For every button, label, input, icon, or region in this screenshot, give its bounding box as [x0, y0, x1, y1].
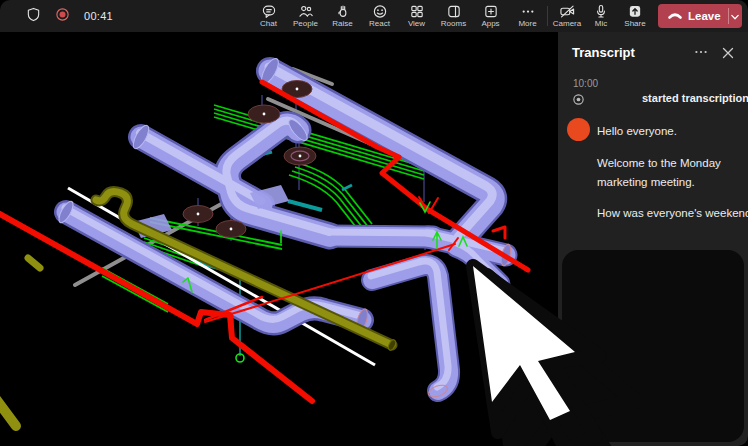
mic-icon	[593, 4, 609, 19]
more-button[interactable]: More	[509, 0, 546, 32]
hang-up-icon	[667, 7, 683, 25]
rooms-icon	[446, 4, 462, 19]
leave-label: Leave	[688, 10, 721, 22]
raise-label: Raise	[332, 20, 352, 28]
close-icon[interactable]	[722, 45, 734, 63]
chat-label: Chat	[260, 20, 277, 28]
leave-options-chevron[interactable]	[729, 4, 742, 28]
view-button[interactable]: View	[398, 0, 435, 32]
mic-label: Mic	[595, 20, 607, 28]
transcript-title: Transcript	[572, 45, 635, 60]
system-entry-text: started transcription	[642, 92, 748, 104]
view-label: View	[408, 20, 425, 28]
speaker-avatar	[567, 118, 590, 141]
share-label: Share	[624, 20, 645, 28]
more-label: More	[518, 20, 536, 28]
people-icon	[298, 4, 314, 19]
mic-button[interactable]: Mic	[584, 0, 618, 32]
toolbar-device-buttons: Camera Mic Share	[550, 0, 652, 32]
transcript-panel: Transcript 10:00 started transcription H…	[558, 32, 748, 446]
transcript-header: Transcript	[558, 32, 748, 72]
recording-indicator-icon	[55, 7, 70, 26]
meeting-status-group: 00:41	[26, 0, 113, 32]
more-dots-icon	[520, 4, 536, 19]
transcript-message: How was everyone's weekend?	[597, 204, 748, 223]
meeting-toolbar: 00:41 Chat People Raise React View	[0, 0, 748, 32]
apps-icon	[483, 4, 499, 19]
share-icon	[627, 4, 643, 19]
people-button[interactable]: People	[287, 0, 324, 32]
chevron-down-icon	[730, 7, 740, 25]
transcript-message: Welcome to the Monday marketing meeting.	[597, 154, 721, 192]
chat-button[interactable]: Chat	[250, 0, 287, 32]
shield-icon	[26, 7, 41, 26]
shared-screen-stage[interactable]	[0, 32, 558, 446]
react-label: React	[369, 20, 390, 28]
people-label: People	[293, 20, 318, 28]
react-button[interactable]: React	[361, 0, 398, 32]
apps-button[interactable]: Apps	[472, 0, 509, 32]
cad-piping-model	[0, 32, 558, 446]
record-dot-icon	[572, 92, 585, 110]
share-button[interactable]: Share	[618, 0, 652, 32]
apps-label: Apps	[481, 20, 499, 28]
rooms-label: Rooms	[441, 20, 466, 28]
teams-meeting-window: 00:41 Chat People Raise React View	[0, 0, 748, 446]
transcript-message: Hello everyone.	[597, 122, 677, 141]
camera-button[interactable]: Camera	[550, 0, 584, 32]
leave-button[interactable]: Leave	[658, 4, 728, 28]
raise-hand-icon	[335, 4, 351, 19]
transcript-timestamp: 10:00	[573, 78, 598, 89]
react-smiley-icon	[372, 4, 388, 19]
meeting-timer: 00:41	[84, 10, 113, 22]
view-grid-icon	[409, 4, 425, 19]
leave-split-button[interactable]: Leave	[658, 4, 742, 28]
rooms-button[interactable]: Rooms	[435, 0, 472, 32]
toolbar-center-buttons: Chat People Raise React View Rooms	[250, 0, 546, 32]
camera-off-icon	[559, 4, 576, 19]
chat-icon	[261, 4, 277, 19]
raise-hand-button[interactable]: Raise	[324, 0, 361, 32]
camera-label: Camera	[553, 20, 581, 28]
toolbar-divider	[547, 6, 548, 26]
transcript-more-icon[interactable]	[694, 45, 708, 63]
